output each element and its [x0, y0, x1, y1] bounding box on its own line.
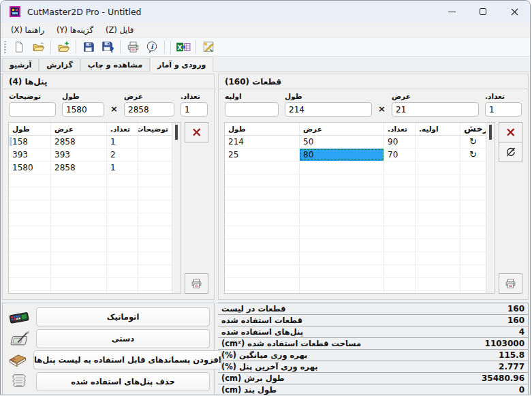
pieces-group-title: قطعات (160)	[219, 74, 528, 89]
app-window: CutMaster2D Pro - Untitled فایل (Z) گزین…	[0, 0, 531, 395]
pieces-length-label: طول	[285, 92, 372, 100]
toolbar-separator	[170, 40, 171, 54]
keyboard-icon	[7, 307, 31, 326]
titlebar: CutMaster2D Pro - Untitled	[1, 1, 530, 22]
table-row[interactable]: 25 80 70 ↻	[225, 149, 486, 162]
column-header[interactable]: تعداد.	[384, 123, 416, 135]
scrollbar-thumb[interactable]	[175, 125, 178, 140]
open-add-icon	[57, 41, 70, 53]
vertical-scrollbar[interactable]	[486, 123, 495, 293]
column-header[interactable]: طول	[225, 123, 300, 135]
pieces-table-header: طول عرض تعداد. اولیه. چرخش.	[225, 123, 486, 136]
tab-archive[interactable]: آرشیو	[2, 58, 39, 71]
toolbar-separator	[164, 40, 165, 54]
toolbar-separator	[195, 40, 196, 54]
layout-settings-icon	[202, 41, 215, 53]
stat-panels-used: پنل‌های استفاده شده 4	[218, 326, 529, 338]
pieces-initial-label: اولیه	[225, 92, 279, 100]
pieces-length-input[interactable]	[285, 102, 372, 117]
print-pieces-button[interactable]	[499, 273, 522, 294]
pieces-table: طول عرض تعداد. اولیه. چرخش. 214 50	[224, 122, 495, 294]
save-as-icon: ?	[101, 41, 114, 53]
table-row[interactable]: 1580 2858 1	[9, 162, 172, 174]
window-controls	[436, 1, 530, 22]
print-button[interactable]	[123, 39, 142, 55]
column-header[interactable]: توضیحات	[138, 123, 172, 135]
new-document-icon	[13, 41, 25, 53]
window-title: CutMaster2D Pro - Untitled	[27, 7, 142, 17]
panels-notes-label: توضیحات	[9, 92, 56, 100]
maximize-icon	[480, 8, 486, 15]
panels-table: طول عرض تعداد. توضیحات 158 2858 1	[8, 122, 181, 294]
panels-notes-input[interactable]	[9, 102, 56, 117]
pieces-group: قطعات (160) تعداد. عرض × طول	[218, 74, 529, 300]
stat-last-panel-yield: بهره وری آخرین پنل (%) 2.777	[218, 361, 529, 373]
tabstrip: ورودی و آمار مشاهده و چاپ گزارش آرشیو	[1, 57, 530, 72]
column-header[interactable]: چرخش.	[460, 123, 486, 135]
actions-panel: اتوماتیک دستی	[2, 303, 215, 395]
automatic-button[interactable]: اتوماتیک	[36, 307, 210, 326]
toolbar-separator	[120, 40, 121, 54]
open-file-button[interactable]	[29, 39, 48, 55]
stat-pieces-in-list: قطعات در لیست 160	[218, 303, 529, 315]
close-icon	[511, 8, 518, 16]
tab-report[interactable]: گزارش	[39, 58, 80, 71]
panels-group-title: پنل‌ها (4)	[3, 74, 214, 89]
panels-width-input[interactable]	[124, 102, 174, 117]
panels-table-header: طول عرض تعداد. توضیحات	[9, 123, 172, 136]
pieces-initial-input[interactable]	[225, 102, 279, 117]
table-row[interactable]: 158 2858 1	[9, 136, 172, 149]
delete-piece-row-button[interactable]	[499, 122, 522, 142]
menubar: فایل (Z) گزینه‌ها (Y) راهنما (X)	[1, 22, 530, 37]
rotation-icon[interactable]: ↻	[460, 149, 486, 161]
delete-panel-row-button[interactable]	[185, 122, 208, 142]
export-excel-icon: X	[176, 41, 191, 53]
remove-used-panels-button[interactable]: حذف پنل‌های استفاده شده	[36, 372, 210, 391]
delete-icon	[192, 127, 202, 137]
add-waste-button[interactable]: افزودن پسماندهای قابل استفاده به لیست پن…	[33, 350, 222, 369]
close-button[interactable]	[499, 1, 530, 22]
minimize-icon	[448, 12, 456, 12]
table-row[interactable]: 393 393 2	[9, 149, 172, 162]
info-button[interactable]: i	[142, 39, 161, 55]
export-excel-button[interactable]: X	[174, 39, 193, 55]
open-add-button[interactable]	[54, 39, 73, 55]
info-icon: i	[146, 41, 158, 53]
column-header[interactable]: عرض	[300, 123, 384, 135]
svg-text:?: ?	[110, 46, 114, 53]
manual-button[interactable]: دستی	[36, 329, 210, 348]
menu-options[interactable]: گزینه‌ها (Y)	[50, 24, 99, 36]
column-header[interactable]: عرض	[51, 123, 107, 135]
panels-length-input[interactable]	[62, 102, 104, 117]
main-content: پنل‌ها (4) تعداد. عرض × طول	[1, 72, 530, 395]
tab-input-stats[interactable]: ورودی و آمار	[150, 57, 213, 72]
print-panels-button[interactable]	[185, 273, 208, 294]
scrollbar-thumb[interactable]	[489, 125, 492, 140]
new-document-button[interactable]	[10, 39, 29, 55]
menu-help[interactable]: راهنما (X)	[5, 24, 50, 36]
layout-settings-button[interactable]	[199, 39, 218, 55]
toggle-rotation-button[interactable]	[499, 142, 522, 162]
column-header[interactable]: اولیه.	[416, 123, 460, 135]
selected-cell[interactable]: 80	[300, 149, 384, 161]
vertical-scrollbar[interactable]	[172, 123, 181, 293]
no-rotation-icon	[505, 147, 516, 157]
minimize-button[interactable]	[436, 1, 467, 22]
panels-qty-input[interactable]	[181, 102, 208, 117]
save-as-button[interactable]: ?	[98, 39, 117, 55]
menu-file[interactable]: فایل (Z)	[99, 24, 140, 36]
maximize-button[interactable]	[467, 1, 499, 22]
column-header[interactable]: تعداد.	[107, 123, 138, 135]
table-row[interactable]: 214 50 90 ↻	[225, 136, 486, 149]
tab-view-print[interactable]: مشاهده و چاپ	[80, 58, 150, 71]
save-button[interactable]	[79, 39, 98, 55]
panels-length-label: طول	[62, 92, 104, 100]
pieces-qty-input[interactable]	[485, 102, 522, 117]
panels-qty-label: تعداد.	[181, 92, 208, 100]
multiply-icon: ×	[110, 104, 118, 117]
pieces-width-label: عرض	[392, 92, 479, 100]
column-header[interactable]: طول	[9, 123, 51, 135]
rotation-icon[interactable]: ↻	[460, 136, 486, 148]
pieces-width-input[interactable]	[392, 102, 479, 117]
toolbar-gripper[interactable]	[4, 41, 6, 53]
